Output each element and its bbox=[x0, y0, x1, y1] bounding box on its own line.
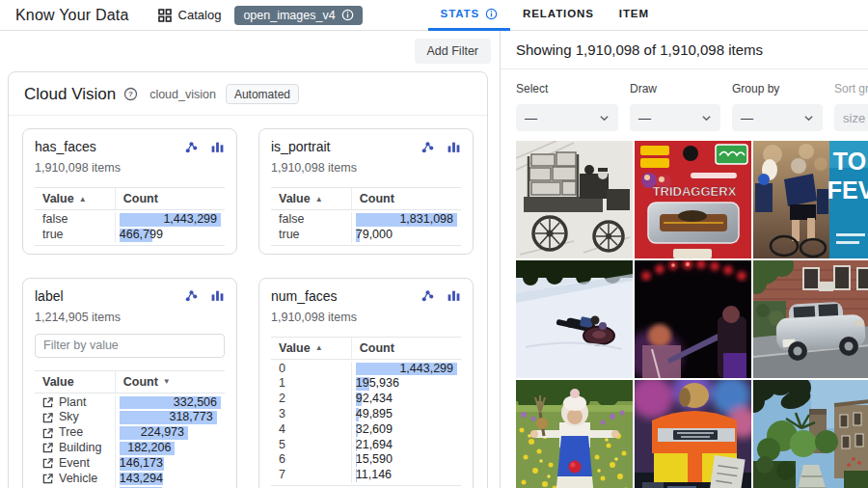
bar-chart-icon[interactable] bbox=[447, 140, 461, 154]
stat-table-row[interactable]: 4 32,609 bbox=[271, 422, 461, 438]
row-value-label: true bbox=[42, 228, 64, 243]
info-icon bbox=[485, 8, 498, 20]
stat-table-row[interactable]: 0 1,443,299 bbox=[271, 362, 461, 377]
item-browser-panel: Showing 1,910,098 of 1,910,098 items Sel… bbox=[501, 31, 868, 488]
image-grid: TRIDAGGERX bbox=[516, 141, 868, 488]
image-tile-toy-package[interactable]: TRIDAGGERX bbox=[635, 141, 751, 258]
tab-stats[interactable]: STATS bbox=[428, 0, 511, 31]
stat-card-title: num_faces bbox=[271, 288, 420, 304]
row-value-label: Event bbox=[59, 456, 90, 472]
bar-chart-icon[interactable] bbox=[447, 288, 461, 303]
row-count-value: 332,506 bbox=[120, 396, 221, 410]
scatter-plot-icon[interactable] bbox=[184, 288, 199, 303]
tab-item[interactable]: ITEM bbox=[607, 0, 662, 31]
info-icon bbox=[341, 9, 354, 21]
control-select: Select — bbox=[516, 82, 618, 131]
scatter-plot-icon[interactable] bbox=[184, 140, 199, 154]
image-tile-garden[interactable] bbox=[753, 380, 868, 488]
image-tile-concert[interactable] bbox=[635, 260, 751, 378]
control-select[interactable]: — bbox=[732, 104, 823, 131]
stat-table-row[interactable]: Sky 318,773 bbox=[35, 410, 225, 425]
stat-card-item-count: 1,910,098 items bbox=[271, 161, 461, 175]
selected-value: — bbox=[525, 111, 537, 125]
dataset-chip[interactable]: open_images_v4 bbox=[234, 6, 362, 25]
control-select[interactable]: — bbox=[516, 104, 618, 131]
stat-table-row[interactable]: Plant 332,506 bbox=[35, 395, 225, 411]
row-value-label: 5 bbox=[279, 438, 285, 453]
row-count-value: 182,206 bbox=[120, 442, 176, 455]
bar-chart-icon[interactable] bbox=[210, 288, 225, 303]
control-draw: Draw — bbox=[630, 82, 720, 131]
row-value-label: Vehicle bbox=[59, 472, 97, 487]
stat-table-row[interactable]: 1 195,936 bbox=[271, 376, 461, 392]
scatter-plot-icon[interactable] bbox=[420, 140, 435, 154]
open-in-new-icon[interactable] bbox=[42, 443, 53, 453]
column-header-count[interactable]: Count bbox=[351, 338, 461, 359]
column-header-count[interactable]: Count bbox=[115, 188, 225, 209]
tab-bar: STATS RELATIONSITEM bbox=[428, 0, 662, 31]
row-count-value: 49,895 bbox=[356, 408, 396, 421]
row-value-label: 4 bbox=[279, 422, 285, 438]
control-label: Select bbox=[516, 82, 618, 95]
scatter-plot-icon[interactable] bbox=[420, 288, 435, 303]
image-tile-scarecrow[interactable] bbox=[516, 380, 633, 488]
column-header-value[interactable]: Value▲ bbox=[271, 338, 351, 359]
stat-table: Value▲ Count 0 1,443,299 bbox=[271, 337, 461, 486]
stat-card-num_faces: num_faces 1,910,098 items Va bbox=[258, 278, 474, 488]
control-select[interactable]: size bbox=[834, 104, 868, 131]
filter-by-value-input[interactable] bbox=[35, 334, 225, 358]
tab-relations[interactable]: RELATIONS bbox=[510, 0, 607, 31]
stat-card-label: label 1,214,905 items Value bbox=[22, 278, 237, 488]
stat-table-row[interactable]: false 1,443,299 bbox=[35, 212, 225, 228]
image-tile-vintage-truck[interactable] bbox=[516, 141, 633, 258]
stat-cards-grid: has_faces 1,910,098 items Va bbox=[9, 116, 487, 488]
stat-table-row[interactable]: 5 21,694 bbox=[271, 438, 461, 453]
column-header-count[interactable]: Count bbox=[351, 188, 461, 209]
open-in-new-icon[interactable] bbox=[42, 397, 53, 408]
control-label: Draw bbox=[630, 82, 720, 95]
stat-table-row[interactable]: Building 182,206 bbox=[35, 441, 225, 456]
stat-table-row[interactable]: 2 92,434 bbox=[271, 392, 461, 407]
row-value-label: 3 bbox=[279, 407, 285, 422]
stat-table-row[interactable]: 6 15,590 bbox=[271, 452, 461, 468]
stat-table-row[interactable]: Vehicle 143,294 bbox=[35, 472, 225, 487]
image-tile-hivis-worker[interactable] bbox=[635, 380, 751, 488]
column-header-value[interactable]: Value▲ bbox=[35, 188, 115, 209]
stats-panel: Add Filter Cloud Vision ? cloud_vision A… bbox=[0, 31, 501, 488]
row-count-value: 143,294 bbox=[120, 473, 167, 486]
row-count-value: 1,443,299 bbox=[356, 363, 457, 376]
stats-toolbar: Add Filter bbox=[0, 31, 500, 69]
row-value-label: false bbox=[42, 212, 68, 228]
selected-value: — bbox=[741, 111, 753, 125]
control-group-by: Group by — bbox=[732, 82, 823, 131]
cloud-vision-section: Cloud Vision ? cloud_vision Automated ha… bbox=[8, 71, 488, 488]
column-header-value[interactable]: Value▲ bbox=[271, 188, 351, 209]
image-tile-silver-car[interactable] bbox=[753, 260, 868, 378]
stat-card-has_faces: has_faces 1,910,098 items Va bbox=[22, 128, 237, 255]
bar-chart-icon[interactable] bbox=[210, 140, 225, 154]
stat-table-row[interactable]: Tree 224,973 bbox=[35, 425, 225, 441]
catalog-button[interactable]: Catalog bbox=[158, 8, 222, 22]
help-icon[interactable]: ? bbox=[123, 87, 138, 101]
stat-table-row[interactable]: 3 49,895 bbox=[271, 407, 461, 422]
stat-card-title: is_portrait bbox=[271, 139, 420, 154]
chevron-down-icon bbox=[803, 113, 814, 123]
open-in-new-icon[interactable] bbox=[42, 413, 53, 423]
stat-table-row[interactable]: 7 11,146 bbox=[271, 468, 461, 483]
open-in-new-icon[interactable] bbox=[42, 458, 53, 469]
column-header-count[interactable]: Count▼ bbox=[115, 371, 225, 393]
stat-table-row[interactable]: false 1,831,098 bbox=[271, 212, 461, 228]
open-in-new-icon[interactable] bbox=[42, 428, 53, 439]
open-in-new-icon[interactable] bbox=[42, 474, 53, 484]
stat-table-row[interactable]: Event 146,173 bbox=[35, 456, 225, 472]
automated-badge: Automated bbox=[226, 84, 299, 104]
stat-table: Value Count▼ Plant 332,506 bbox=[35, 370, 225, 488]
stat-table-row[interactable]: true 466,799 bbox=[35, 228, 225, 243]
stat-table-row[interactable]: true 79,000 bbox=[271, 228, 461, 243]
column-header-value[interactable]: Value bbox=[35, 371, 115, 393]
image-tile-cyclists[interactable]: TO FEV bbox=[753, 141, 868, 258]
control-select[interactable]: — bbox=[630, 104, 720, 131]
image-tile-snow-tubing[interactable] bbox=[516, 260, 633, 378]
add-filter-button[interactable]: Add Filter bbox=[415, 39, 492, 64]
stat-card-item-count: 1,214,905 items bbox=[35, 311, 225, 324]
